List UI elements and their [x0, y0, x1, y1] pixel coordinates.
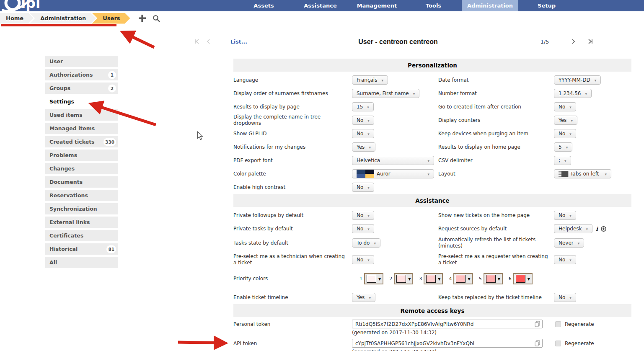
results-per-page-dropdown[interactable]: 15 — [352, 102, 374, 111]
new-tickets-home-dropdown[interactable]: No — [554, 211, 576, 220]
chevron-down-icon — [367, 212, 370, 218]
tabs-on-left-icon — [559, 171, 569, 177]
chevron-down-icon — [578, 240, 580, 246]
keep-tabs-dropdown[interactable]: No — [554, 293, 576, 302]
token-generated-date: (generated on 2017-11-30 14:32) — [352, 349, 543, 351]
sidebar-item-historical[interactable]: Historical81 — [45, 243, 118, 255]
field-label: Show new tickets on the home page — [438, 212, 554, 219]
nav-tab-setup[interactable]: Setup — [518, 0, 575, 11]
layout-dropdown[interactable]: Tabs on left — [554, 169, 611, 178]
sidebar-item-used-items[interactable]: Used items — [45, 109, 118, 121]
sidebar-item-certificates[interactable]: Certificates — [45, 230, 118, 241]
breadcrumb-users[interactable]: Users — [92, 13, 130, 24]
sidebar-item-synchronization[interactable]: Synchronization — [45, 203, 118, 214]
chevron-down-icon — [367, 117, 370, 123]
sidebar-item-groups[interactable]: Groups2 — [45, 83, 118, 94]
field-label: Language — [233, 77, 352, 83]
settings-form: Personalization Language Français Date f… — [233, 59, 631, 351]
auto-refresh-dropdown[interactable]: Never — [554, 238, 584, 248]
show-glpi-id-dropdown[interactable]: No — [352, 129, 374, 138]
user-tabs-sidebar: User Authorizations1 Groups2 Settings Us… — [45, 56, 118, 270]
tasks-state-dropdown[interactable]: To do — [352, 238, 380, 248]
ticket-timeline-dropdown[interactable]: Yes — [352, 293, 375, 302]
glpi-logo[interactable]: lpi — [2, 0, 60, 11]
breadcrumb-administration[interactable]: Administration — [29, 13, 96, 24]
keep-devices-dropdown[interactable]: No — [554, 129, 576, 138]
notifications-dropdown[interactable]: Yes — [352, 142, 375, 152]
next-page-icon[interactable] — [570, 39, 576, 46]
field-label: Display the complete name in tree dropdo… — [233, 114, 352, 126]
sidebar-item-user[interactable]: User — [45, 56, 118, 67]
regenerate-checkbox[interactable] — [555, 321, 561, 327]
display-counters-dropdown[interactable]: Yes — [554, 116, 577, 125]
sidebar-item-documents[interactable]: Documents — [45, 176, 118, 188]
priority-color-picker-5[interactable] — [484, 273, 503, 284]
name-order-dropdown[interactable]: Surname, First name — [352, 89, 419, 98]
sidebar-item-settings[interactable]: Settings — [45, 96, 118, 107]
field-label: Notifications for my changes — [233, 144, 352, 150]
sidebar-item-managed-items[interactable]: Managed items — [45, 123, 118, 134]
pdf-font-dropdown[interactable]: Helvetica — [352, 156, 434, 165]
chevron-down-icon — [427, 157, 429, 163]
breadcrumb-home[interactable]: Home — [0, 13, 34, 24]
language-dropdown[interactable]: Français — [352, 75, 388, 85]
token-generated-date: (generated on 2017-11-30 14:32) — [352, 330, 543, 336]
sidebar-item-external-links[interactable]: External links — [45, 217, 118, 228]
nav-tab-tools[interactable]: Tools — [405, 0, 462, 11]
chevron-down-icon — [468, 276, 470, 281]
add-source-icon[interactable] — [601, 226, 606, 232]
field-label: Display order of surnames firstnames — [233, 90, 352, 97]
nav-tab-assets[interactable]: Assets — [235, 0, 292, 11]
copy-icon[interactable] — [535, 340, 540, 346]
chevron-down-icon — [569, 294, 572, 300]
sidebar-item-authorizations[interactable]: Authorizations1 — [45, 69, 118, 80]
add-icon[interactable] — [139, 15, 146, 22]
regenerate-label: Regenerate — [565, 321, 594, 327]
field-label: Display counters — [438, 117, 554, 124]
preselect-technician-dropdown[interactable]: No — [352, 255, 374, 264]
preselect-requester-dropdown[interactable]: No — [554, 255, 576, 264]
search-icon[interactable] — [153, 15, 160, 22]
list-link[interactable]: List... — [230, 39, 247, 45]
request-source-dropdown[interactable]: Helpdesk — [554, 224, 592, 233]
home-results-dropdown[interactable]: 5 — [554, 142, 572, 152]
nav-tab-administration[interactable]: Administration — [462, 0, 518, 11]
sidebar-item-created-tickets[interactable]: Created tickets330 — [45, 136, 118, 147]
number-format-dropdown[interactable]: 1 234.56 — [554, 89, 592, 98]
nav-tab-assistance[interactable]: Assistance — [292, 0, 349, 11]
api-token-input[interactable] — [354, 340, 535, 347]
priority-color-picker-1[interactable] — [364, 273, 383, 284]
sidebar-item-problems[interactable]: Problems — [45, 150, 118, 161]
sidebar-item-changes[interactable]: Changes — [45, 163, 118, 174]
priority-number: 4 — [449, 276, 452, 281]
info-icon[interactable]: i — [596, 226, 598, 232]
prev-page-icon[interactable] — [206, 39, 212, 46]
nav-tab-management[interactable]: Management — [349, 0, 405, 11]
date-format-dropdown[interactable]: YYYY-MM-DD — [554, 75, 601, 85]
first-page-icon[interactable] — [194, 39, 200, 46]
palette-swatch — [357, 170, 374, 178]
copy-icon[interactable] — [535, 321, 540, 327]
regenerate-checkbox[interactable] — [555, 341, 561, 346]
personal-token-input[interactable] — [354, 321, 535, 328]
complete-name-dropdown[interactable]: No — [352, 116, 374, 125]
csv-delimiter-dropdown[interactable]: ; — [554, 156, 571, 165]
private-tasks-dropdown[interactable]: No — [352, 224, 374, 233]
field-label: Keep devices when purging an item — [438, 131, 554, 137]
priority-number: 2 — [389, 276, 392, 281]
sidebar-item-all[interactable]: All — [45, 257, 118, 268]
priority-color-picker-4[interactable] — [453, 273, 473, 284]
regenerate-label: Regenerate — [565, 341, 594, 346]
high-contrast-dropdown[interactable]: No — [352, 183, 374, 192]
chevron-down-icon — [595, 77, 597, 83]
sidebar-item-reservations[interactable]: Reservations — [45, 190, 118, 201]
chevron-down-icon — [378, 276, 381, 281]
last-page-icon[interactable] — [587, 39, 593, 46]
go-to-created-dropdown[interactable]: No — [554, 102, 576, 111]
private-followups-dropdown[interactable]: No — [352, 211, 374, 220]
color-palette-dropdown[interactable]: Auror — [352, 169, 434, 178]
priority-color-picker-6[interactable] — [513, 273, 533, 284]
field-label: Go to created item after creation — [438, 104, 554, 110]
priority-color-picker-2[interactable] — [394, 273, 413, 284]
priority-color-picker-3[interactable] — [424, 273, 443, 284]
